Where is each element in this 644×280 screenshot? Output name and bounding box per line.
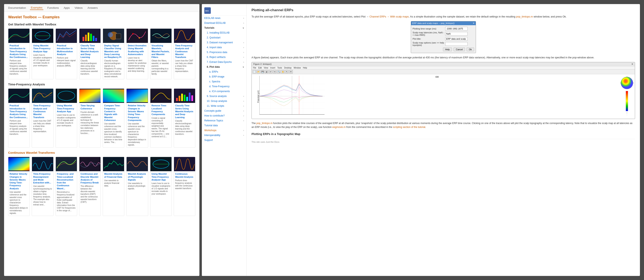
cancel-button[interactable]: Cancel [454, 47, 465, 51]
ok-button[interactable]: Ok [466, 47, 474, 51]
menu-window[interactable]: Window [294, 67, 301, 69]
card-5[interactable]: Deploy Signal Classifier Using Wavelets … [103, 28, 124, 79]
sidebar-ica[interactable]: e. ICA components [202, 89, 246, 94]
menu-edit[interactable]: Edit [258, 67, 262, 69]
sidebar-tutorials[interactable]: Tutorials ∨ [202, 25, 246, 30]
dialog-row-4: Scalp map options (see >> help topotplot… [413, 41, 474, 46]
sidebar-write-scripts[interactable]: 11. Write scripts › [202, 103, 246, 108]
sidebar-spectra[interactable]: c. Spectra [202, 79, 246, 84]
sidebar-how-contribute[interactable]: How to contribute? › [202, 113, 246, 118]
sidebar-tutorial-data[interactable]: Tutorial data [202, 123, 246, 128]
dialog-input-4[interactable] [445, 42, 468, 46]
svg-rect-6 [82, 37, 84, 41]
link-eegmovie[interactable]: eegmovie.m [332, 126, 346, 129]
link-channel-erps[interactable]: Channel ERPs → With scalp maps [370, 15, 409, 18]
sidebar-concepts-guide[interactable]: Concepts guide › [202, 108, 246, 113]
cwt-card-1[interactable]: Relative Velocity Changes in Seismic Wav… [8, 157, 30, 216]
sidebar-interoperability[interactable]: Interoperability › [202, 133, 246, 138]
toolbar-brush-icon[interactable]: ✏ [289, 70, 293, 74]
cwt-card-4[interactable]: Continuous and Discrete Wavelet Analysis… [79, 157, 101, 216]
cwt-card-5[interactable]: Wavelet Analysis of Financial Data Use w… [103, 157, 124, 216]
cwt-card-2[interactable]: Time-Frequency Reassignment and Mode Ext… [32, 157, 53, 216]
sidebar-workshops[interactable]: Workshops › [202, 128, 246, 133]
sidebar-erps[interactable]: a. ERPs [202, 69, 246, 74]
sidebar-import-data[interactable]: 4. Import data › [202, 45, 246, 50]
sidebar-plot-data[interactable]: 8. Plot data ∨ [202, 64, 246, 69]
sidebar-extract-epochs[interactable]: 7. Extract Data Epochs › [202, 60, 246, 64]
tf-card-4[interactable]: Time-Varying Coherence Fourier-domain co… [79, 88, 101, 148]
sidebar-source-analysis[interactable]: 9. Source analysis › [202, 94, 246, 99]
menu-desktop[interactable]: Desktop [284, 67, 292, 69]
article-body-2: The pop_timtopo.m function plots the rel… [252, 121, 635, 129]
sidebar-group-analysis[interactable]: 10. Group analysis › [202, 99, 246, 103]
tf-card-1[interactable]: Practical Introduction to Time-Frequency… [8, 88, 30, 148]
cwt-card-1-title: Relative Velocity Changes in Seismic Wav… [10, 172, 28, 190]
nav-examples[interactable]: Examples [30, 6, 43, 10]
sidebar-reference-topics[interactable]: Reference Topics › [202, 118, 246, 123]
tf-card-8[interactable]: Classify Time Series Using Wavelet Analy… [174, 88, 195, 148]
card-2-desc: Learn how to visualize scalograms of 1-D… [33, 54, 52, 67]
tf-card-3[interactable]: Using Wavelet Time-Frequency Analyzer Ap… [56, 88, 77, 148]
toolbar-save-icon[interactable]: 💾 [261, 70, 264, 74]
card-4[interactable]: Classify Time Series Using Wavelet Analy… [79, 28, 101, 79]
card-4-title: Classify Time Series Using Wavelet Analy… [80, 44, 99, 58]
dialog-label-2: Scalp map latencies (ms, NaN -> max-RMS) [413, 31, 445, 36]
toolbar-zoom-icon[interactable]: 🔍 [277, 70, 280, 74]
nav-answers[interactable]: Answers [87, 6, 98, 10]
tf-card-6[interactable]: Relative Velocity Changes in Seismic Wav… [126, 88, 148, 148]
card-3[interactable]: Practical Introduction to Multiresolutio… [56, 28, 77, 79]
sidebar-eeglab-news[interactable]: EEGLAB news › [202, 16, 246, 20]
cwt-card-3[interactable]: Frequency- and Time-Localized Reconstruc… [56, 157, 77, 216]
card-2[interactable]: Using Wavelet Time-Frequency Analyzer Ap… [32, 28, 53, 79]
nav-documentation[interactable]: Documentation [7, 6, 27, 10]
dialog-input-2[interactable] [445, 32, 468, 35]
tf-card-7[interactable]: Remove Time-Localized Frequency Componen… [150, 88, 172, 148]
toolbar-print-icon[interactable]: 🖨 [265, 70, 268, 74]
figure-close-icon[interactable]: ✕ [632, 63, 633, 65]
dialog-close-icon[interactable]: ✕ [473, 22, 474, 25]
nav-functions[interactable]: Functions [46, 6, 60, 10]
cwt-card-8[interactable]: Continuous Wavelet Analysis Perform time… [174, 157, 195, 216]
link-scripting[interactable]: scripting section of the tutorial [393, 126, 425, 129]
menu-tools[interactable]: Tools [277, 67, 282, 69]
sidebar-quickstart[interactable]: 2. Quickstart [202, 35, 246, 40]
sidebar-support[interactable]: Support [202, 138, 246, 143]
card-8[interactable]: Time-Frequency Analysis and Continuous W… [174, 28, 195, 79]
toolbar-redo-icon[interactable]: ↪ [273, 70, 276, 74]
sidebar-download-eeglab[interactable]: Download EEGLAB › [202, 20, 246, 25]
toolbar-open-icon[interactable]: 📂 [256, 70, 260, 74]
sidebar-reject-artifacts[interactable]: 6. Reject artifacts › [202, 55, 246, 60]
tf-card-2[interactable]: Time-Frequency Analysis and Continuous W… [32, 88, 53, 148]
dialog-input-3[interactable] [445, 37, 468, 41]
nav-videos[interactable]: Videos [74, 6, 84, 10]
sidebar-time-freq[interactable]: d. Time-Frequency [202, 84, 246, 89]
card-1[interactable]: Practical Introduction to Time-Frequency… [8, 28, 30, 79]
menu-view[interactable]: View [264, 67, 268, 69]
sidebar-preprocess[interactable]: 5. Preprocess data › [202, 50, 246, 55]
menu-insert[interactable]: Insert [270, 67, 275, 69]
toolbar-pan-icon[interactable]: ✋ [281, 70, 285, 74]
toolbar-undo-icon[interactable]: ↩ [269, 70, 272, 74]
sidebar: EEG EEGLAB news › Download EEGLAB › Tuto… [202, 4, 246, 276]
dialog-input-1[interactable] [445, 27, 468, 30]
sidebar-installing[interactable]: 1. Installing EEGLAB [202, 30, 246, 35]
help-button[interactable]: Help [443, 47, 452, 51]
cwt-card-7[interactable]: Using Wavelet Time-Frequency Analyzer Ap… [150, 157, 172, 216]
cwt-card-6[interactable]: Wavelet Analysis of Physiologic Signals … [126, 157, 148, 216]
nav-apps[interactable]: Apps [63, 6, 70, 10]
link-pop-timtopo[interactable]: pop_timtopo.m [516, 15, 533, 18]
svg-rect-28 [103, 89, 124, 102]
card-6[interactable]: Detect Anomalies Using Wavelet Scatterin… [126, 28, 148, 79]
svg-rect-23 [56, 89, 77, 102]
link-pop-timtopo-2[interactable]: pop_timtopo.m [256, 122, 272, 125]
sidebar-dataset-mgmt[interactable]: 3. Dataset management › [202, 40, 246, 45]
menu-file[interactable]: File [253, 67, 256, 69]
figure-menu: File Edit View Insert Tools Desktop Wind… [252, 66, 635, 69]
toolbar-cursor-icon[interactable]: ↖ [285, 70, 289, 74]
erp-chart-svg[interactable]: -1000 -500 0 500 1000 1500 30 20 10 0 -1… [260, 76, 324, 116]
card-7[interactable]: Visualizing Wavelets, Wavelet Packets, a… [150, 28, 172, 79]
menu-help[interactable]: Help [303, 67, 307, 69]
toolbar-new-icon[interactable]: 📄 [252, 70, 256, 74]
sidebar-erp-image[interactable]: b. ERP-image [202, 74, 246, 79]
tf-card-5[interactable]: Compare Time-Frequency Content in Signal… [103, 88, 124, 148]
